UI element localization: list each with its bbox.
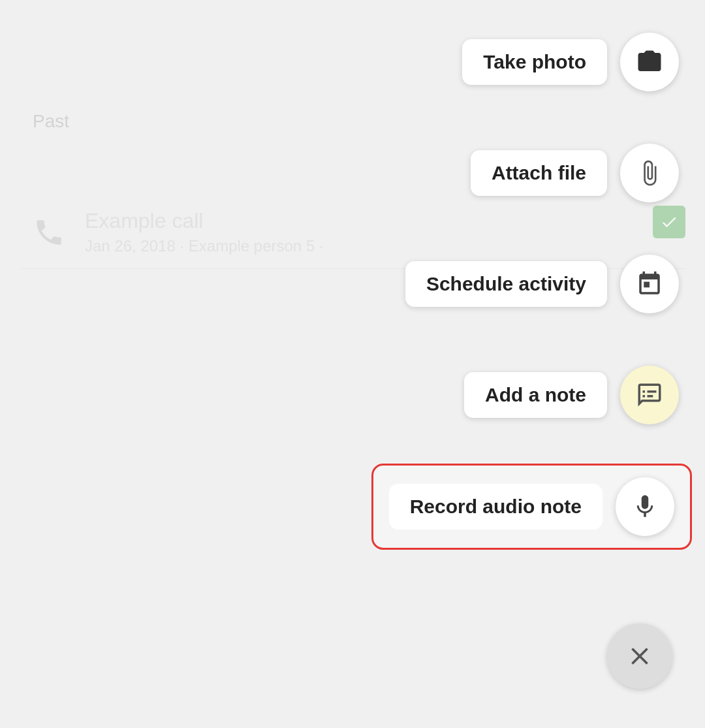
- take-photo-label[interactable]: Take photo: [462, 39, 607, 85]
- add-note-button[interactable]: [620, 366, 679, 424]
- attach-file-row: Attach file: [471, 144, 679, 202]
- schedule-activity-row: Schedule activity: [405, 255, 679, 313]
- take-photo-button[interactable]: [620, 33, 679, 91]
- add-note-row: Add a note: [464, 366, 679, 424]
- attach-file-label[interactable]: Attach file: [471, 150, 607, 196]
- schedule-activity-button[interactable]: [620, 255, 679, 313]
- take-photo-row: Take photo: [462, 33, 679, 91]
- fab-menu: Take photo Attach file Schedule activity…: [0, 0, 705, 728]
- attach-file-button[interactable]: [620, 144, 679, 202]
- record-audio-row: Record audio note: [371, 464, 692, 550]
- schedule-activity-label[interactable]: Schedule activity: [405, 261, 607, 307]
- add-note-label[interactable]: Add a note: [464, 372, 607, 418]
- close-fab-button[interactable]: [607, 624, 672, 689]
- record-audio-label[interactable]: Record audio note: [389, 484, 603, 530]
- record-audio-button[interactable]: [616, 477, 674, 536]
